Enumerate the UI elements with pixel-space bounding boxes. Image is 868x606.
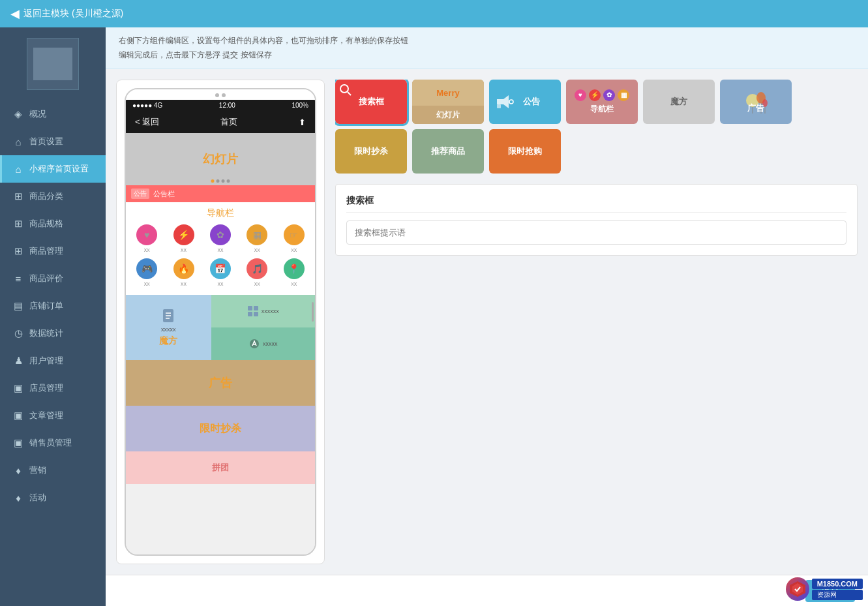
watermark-site-text: M1850.COM 资源网 (812, 579, 863, 600)
phone-magic-section: xxxxx 魔方 (126, 295, 315, 360)
salesperson-icon: ▣ (12, 437, 24, 449)
nav-icon-1: ⚡ (173, 224, 194, 245)
product-manage-icon: ⊞ (12, 245, 24, 257)
marketing-icon: ♦ (12, 465, 24, 476)
sidebar-item-label: 营销 (29, 464, 46, 476)
widget-notice[interactable]: 公告 (489, 80, 561, 124)
nav-item-9: 📍 xx (276, 256, 312, 290)
nav-item-7: 📅 xx (202, 256, 239, 290)
svg-line-11 (348, 92, 351, 95)
search-widget-icon (339, 83, 352, 97)
sidebar-item-homepage[interactable]: ⌂ 首页设置 (0, 128, 106, 155)
sidebar-logo (27, 38, 79, 90)
svg-rect-6 (248, 312, 252, 316)
nav-icon-3: ▦ (247, 224, 267, 245)
widget-ad[interactable]: 广告 (720, 80, 792, 124)
sidebar-item-product-spec[interactable]: ⊞ 商品规格 (0, 210, 106, 237)
logo-image (33, 48, 72, 80)
back-arrow-icon: ◀ (10, 7, 20, 21)
sidebar-item-overview[interactable]: ◈ 概况 (0, 100, 106, 128)
widget-limited-buy[interactable]: 限时抢购 (489, 129, 561, 174)
widget-flash-label: 限时抄杀 (354, 145, 388, 157)
widget-magic[interactable]: 魔方 (643, 80, 715, 124)
sidebar-item-label: 活动 (29, 492, 46, 504)
sidebar-item-orders[interactable]: ▤ 店铺订单 (0, 292, 106, 320)
sidebar-item-label: 用户管理 (29, 355, 63, 367)
phone-time: 12:00 (219, 102, 235, 109)
sidebar-item-statistics[interactable]: ◷ 数据统计 (0, 320, 106, 347)
magic-doc-icon (160, 308, 176, 324)
magic-label: 魔方 (159, 335, 177, 347)
sidebar-item-marketing[interactable]: ♦ 营销 (0, 457, 106, 484)
ad-label: 广告 (209, 375, 232, 391)
sidebar-item-label: 概况 (29, 108, 46, 120)
watermark-source: 资源网 (812, 590, 863, 600)
nav-w-icon3: ✿ (603, 89, 615, 101)
nav-label-9: xx (291, 280, 297, 287)
nav-label-7: xx (217, 280, 223, 287)
magic-item1: xxxxxx (262, 308, 279, 314)
scroll-indicator (312, 302, 314, 322)
sidebar-item-articles[interactable]: ▣ 文章管理 (0, 402, 106, 429)
notice-label: 公告 (131, 189, 149, 199)
nav-w-icon4: ▦ (618, 89, 629, 101)
nav-label-5: xx (144, 280, 150, 287)
phone-top-dots (126, 89, 315, 100)
widget-slideshow-label: 幻灯片 (436, 110, 460, 121)
sidebar-item-label: 商品管理 (29, 245, 63, 257)
sidebar-item-label: 店铺订单 (29, 300, 63, 312)
nav-item-3: ▦ xx (239, 222, 275, 256)
widget-slideshow[interactable]: Merry 幻灯片 (412, 80, 484, 124)
widget-flash[interactable]: 限时抄杀 (335, 129, 407, 174)
sidebar-item-product-review[interactable]: ≡ 商品评价 (0, 265, 106, 292)
nav-label-6: xx (181, 280, 187, 287)
svg-rect-12 (497, 104, 501, 108)
dot-active (211, 179, 215, 183)
dot2 (222, 93, 226, 97)
widget-recommend[interactable]: 推荐商品 (412, 129, 484, 174)
widget-grid: 搜索框 Merry 幻灯片 (335, 80, 858, 174)
nav-item-1: ⚡ xx (165, 222, 202, 256)
nav-icon-0: ♥ (136, 224, 157, 245)
nav-label-2: xx (217, 247, 223, 253)
search-placeholder-input[interactable] (346, 220, 846, 245)
sidebar-item-users[interactable]: ♟ 用户管理 (0, 347, 106, 374)
nav-icon-2: ✿ (210, 224, 231, 245)
back-button[interactable]: ◀ 返回主模块 (吴川橙之源) (10, 7, 123, 21)
sidebar-item-label: 销售员管理 (29, 437, 72, 449)
phone-notice-bar: 公告 公告栏 (126, 185, 315, 202)
magic-item2: xxxxx (263, 341, 278, 347)
phone-nav-section: 导航栏 ♥ xx ⚡ xx (126, 202, 315, 295)
sidebar: ◈ 概况 ⌂ 首页设置 ⌂ 小程序首页设置 ⊞ 商品分类 ⊞ 商品规格 ⊞ 商品… (0, 27, 106, 606)
nav-w-icon2: ⚡ (589, 89, 601, 101)
sidebar-item-activities[interactable]: ♦ 活动 (0, 484, 106, 511)
phone-back: < 返回 (135, 116, 159, 128)
phone-body: 幻灯片 公告 公告栏 (126, 133, 315, 554)
main-layout: ◈ 概况 ⌂ 首页设置 ⌂ 小程序首页设置 ⊞ 商品分类 ⊞ 商品规格 ⊞ 商品… (0, 27, 868, 606)
watermark-site: M1850.COM (812, 579, 863, 589)
widget-limited-buy-label: 限时抢购 (508, 145, 542, 157)
nav-item-2: ✿ xx (202, 222, 239, 256)
phone-frame: ●●●●● 4G 12:00 100% < 返回 首页 ⬆ 幻灯片 (125, 88, 316, 556)
search-editor-title: 搜索框 (346, 195, 846, 213)
product-category-icon: ⊞ (12, 190, 24, 202)
nav-icon-8: 🎵 (247, 258, 267, 279)
sidebar-item-product-manage[interactable]: ⊞ 商品管理 (0, 237, 106, 265)
back-label: 返回主模块 (吴川橙之源) (23, 8, 123, 20)
right-panel: 搜索框 Merry 幻灯片 (335, 80, 858, 564)
dot2 (217, 179, 220, 183)
dot1 (215, 93, 219, 97)
sidebar-item-staff[interactable]: ▣ 店员管理 (0, 374, 106, 402)
sidebar-item-salesperson[interactable]: ▣ 销售员管理 (0, 429, 106, 457)
miniprogram-icon: ⌂ (12, 164, 24, 175)
widget-nav[interactable]: ♥ ⚡ ✿ ▦ 导航栏 (566, 80, 638, 124)
groupbuy-label: 拼团 (212, 462, 229, 474)
sidebar-item-label: 数据统计 (29, 327, 63, 339)
phone-share-icon: ⬆ (299, 117, 306, 127)
watermark-shield-icon (788, 580, 807, 598)
widget-search[interactable]: 搜索框 (335, 80, 407, 124)
widget-notice-label: 公告 (523, 96, 540, 108)
sidebar-item-miniprogram[interactable]: ⌂ 小程序首页设置 (0, 155, 106, 183)
magic-right-top: xxxxxx (211, 295, 316, 327)
sidebar-item-product-category[interactable]: ⊞ 商品分类 (0, 183, 106, 210)
